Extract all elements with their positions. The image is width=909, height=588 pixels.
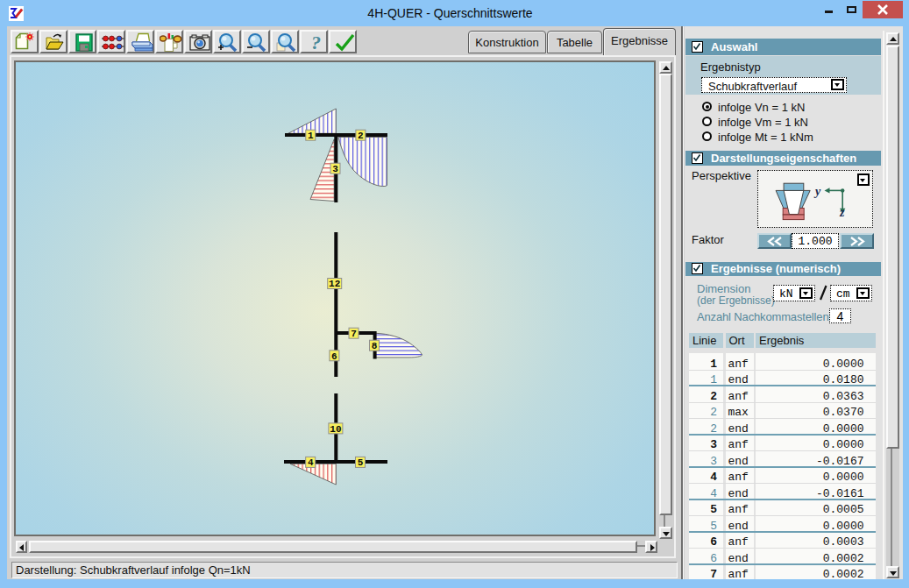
- svg-text:2: 2: [358, 131, 364, 141]
- svg-text:12: 12: [329, 279, 340, 289]
- svg-text:3: 3: [332, 164, 338, 174]
- svg-text:7: 7: [351, 329, 357, 339]
- svg-text:y: y: [813, 185, 821, 198]
- svg-text:5: 5: [358, 457, 364, 468]
- svg-text:8: 8: [372, 341, 378, 351]
- svg-text:1: 1: [308, 131, 314, 141]
- svg-text:6: 6: [331, 351, 337, 362]
- svg-text:z: z: [839, 206, 845, 219]
- svg-text:?: ?: [311, 32, 321, 53]
- svg-text:10: 10: [330, 424, 341, 435]
- svg-text:4: 4: [308, 457, 314, 468]
